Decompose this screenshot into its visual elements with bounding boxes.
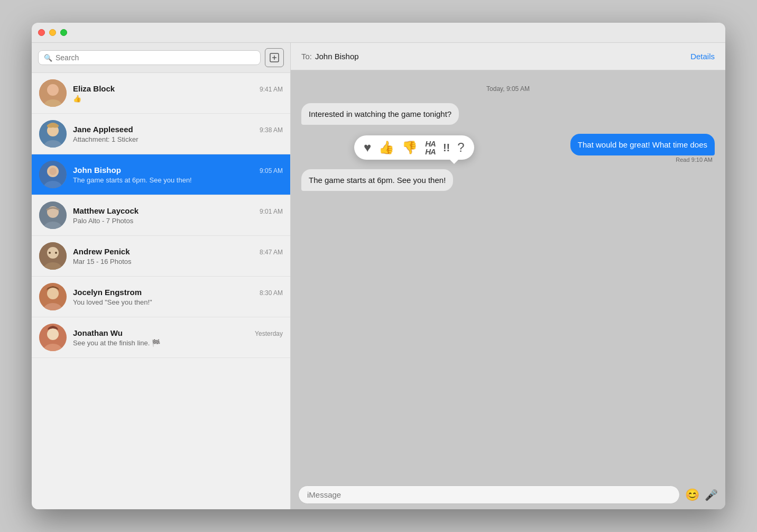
messages-container: Today, 9:05 AM Interested in watching th… xyxy=(291,70,725,480)
app-window: 🔍 xyxy=(32,23,725,509)
timestamp-divider: Today, 9:05 AM xyxy=(301,85,715,93)
haha-reaction[interactable]: HAHA xyxy=(425,140,436,155)
minimize-button[interactable] xyxy=(49,29,56,36)
search-input[interactable] xyxy=(56,53,255,62)
conversation-item[interactable]: Jane Appleseed 9:38 AM Attachment: 1 Sti… xyxy=(32,114,290,154)
conv-info: Jonathan Wu Yesterday See you at the fin… xyxy=(73,328,283,347)
compose-icon xyxy=(270,53,279,62)
details-button[interactable]: Details xyxy=(690,52,715,61)
conv-top: Andrew Penick 8:47 AM xyxy=(73,247,283,256)
thumbsup-reaction[interactable]: 👍 xyxy=(378,140,394,155)
title-bar xyxy=(32,23,725,43)
compose-button[interactable] xyxy=(265,48,284,67)
chat-to: To: John Bishop xyxy=(301,52,359,61)
conv-preview: 👍 xyxy=(73,95,283,103)
conv-time: 8:47 AM xyxy=(260,249,283,256)
conv-info: Jane Appleseed 9:38 AM Attachment: 1 Sti… xyxy=(73,125,283,143)
maximize-button[interactable] xyxy=(60,29,67,36)
sidebar: 🔍 xyxy=(32,43,291,509)
conv-name: Jonathan Wu xyxy=(73,328,123,337)
to-label: To: xyxy=(301,52,312,61)
chat-input-area: 😊 🎤 xyxy=(291,480,725,509)
conversation-item[interactable]: Eliza Block 9:41 AM 👍 xyxy=(32,73,290,114)
read-receipt: Read 9:10 AM xyxy=(676,157,713,163)
conv-name: John Bishop xyxy=(73,166,121,175)
conversation-item[interactable]: Jocelyn Engstrom 8:30 AM You loved "See … xyxy=(32,277,290,317)
conversation-item-active[interactable]: John Bishop 9:05 AM The game starts at 6… xyxy=(32,154,290,195)
conv-time: 8:30 AM xyxy=(260,289,283,297)
svg-point-20 xyxy=(47,288,59,299)
svg-point-10 xyxy=(49,168,57,175)
avatar xyxy=(39,324,67,351)
message-row: The game starts at 6pm. See you then! xyxy=(301,169,715,191)
microphone-button[interactable]: 🎤 xyxy=(705,489,718,501)
sidebar-header: 🔍 xyxy=(32,43,290,73)
search-icon: 🔍 xyxy=(44,54,52,62)
conv-info: Eliza Block 9:41 AM 👍 xyxy=(73,84,283,103)
recipient-name: John Bishop xyxy=(315,52,359,61)
conv-top: Jonathan Wu Yesterday xyxy=(73,328,283,337)
conv-info: Jocelyn Engstrom 8:30 AM You loved "See … xyxy=(73,288,283,306)
avatar xyxy=(39,201,67,229)
conv-time: 9:38 AM xyxy=(260,126,283,134)
conversation-item[interactable]: Matthew Laycock 9:01 AM Palo Alto - 7 Ph… xyxy=(32,195,290,236)
avatar xyxy=(39,161,67,188)
conv-preview: You loved "See you then!" xyxy=(73,298,283,306)
conv-info: Matthew Laycock 9:01 AM Palo Alto - 7 Ph… xyxy=(73,206,283,225)
avatar xyxy=(39,283,67,310)
conversation-list: Eliza Block 9:41 AM 👍 xyxy=(32,73,290,509)
question-reaction[interactable]: ? xyxy=(457,140,464,155)
conv-name: Matthew Laycock xyxy=(73,206,139,215)
conv-top: Eliza Block 9:41 AM xyxy=(73,84,283,93)
message-bubble: Interested in watching the game tonight? xyxy=(301,103,459,125)
conv-top: John Bishop 9:05 AM xyxy=(73,166,283,175)
conv-time: Yesterday xyxy=(255,330,283,337)
conv-preview: The game starts at 6pm. See you then! xyxy=(73,176,283,184)
conv-info: John Bishop 9:05 AM The game starts at 6… xyxy=(73,166,283,184)
thumbsdown-reaction[interactable]: 👎 xyxy=(402,140,418,155)
conv-top: Jocelyn Engstrom 8:30 AM xyxy=(73,288,283,297)
conversation-item[interactable]: Jonathan Wu Yesterday See you at the fin… xyxy=(32,317,290,358)
conv-info: Andrew Penick 8:47 AM Mar 15 - 16 Photos xyxy=(73,247,283,265)
svg-point-17 xyxy=(49,252,51,254)
close-button[interactable] xyxy=(38,29,45,36)
conv-time: 9:41 AM xyxy=(260,86,283,93)
conv-time: 9:05 AM xyxy=(260,167,283,175)
svg-point-23 xyxy=(47,328,59,340)
conv-preview: See you at the finish line. 🏁 xyxy=(73,339,283,347)
chat-area: To: John Bishop Details Today, 9:05 AM I… xyxy=(291,43,725,509)
message-bubble: That would be great! What time does xyxy=(570,134,715,155)
emoji-button[interactable]: 😊 xyxy=(685,488,699,502)
main-content: 🔍 xyxy=(32,43,725,509)
conv-name: Jane Appleseed xyxy=(73,125,133,134)
search-bar[interactable]: 🔍 xyxy=(38,50,261,65)
reaction-bar[interactable]: ♥ 👍 👎 HAHA !! ? xyxy=(354,135,474,160)
exclaim-reaction[interactable]: !! xyxy=(443,142,450,154)
message-bubble: The game starts at 6pm. See you then! xyxy=(301,169,453,191)
svg-point-2 xyxy=(47,84,59,96)
chat-header: To: John Bishop Details xyxy=(291,43,725,70)
conv-preview: Palo Alto - 7 Photos xyxy=(73,217,283,225)
message-row: Interested in watching the game tonight? xyxy=(301,103,715,125)
conv-top: Matthew Laycock 9:01 AM xyxy=(73,206,283,215)
conv-top: Jane Appleseed 9:38 AM xyxy=(73,125,283,134)
conv-name: Andrew Penick xyxy=(73,247,130,256)
avatar xyxy=(39,242,67,270)
message-input[interactable] xyxy=(298,485,680,504)
svg-point-18 xyxy=(55,252,57,254)
conv-name: Eliza Block xyxy=(73,84,115,93)
heart-reaction[interactable]: ♥ xyxy=(364,140,371,155)
avatar xyxy=(39,79,67,107)
message-row: That would be great! What time does xyxy=(570,134,715,155)
conv-time: 9:01 AM xyxy=(260,208,283,215)
conv-preview: Attachment: 1 Sticker xyxy=(73,135,283,143)
avatar xyxy=(39,120,67,148)
conv-preview: Mar 15 - 16 Photos xyxy=(73,258,283,265)
conv-name: Jocelyn Engstrom xyxy=(73,288,142,297)
conversation-item[interactable]: Andrew Penick 8:47 AM Mar 15 - 16 Photos xyxy=(32,236,290,277)
